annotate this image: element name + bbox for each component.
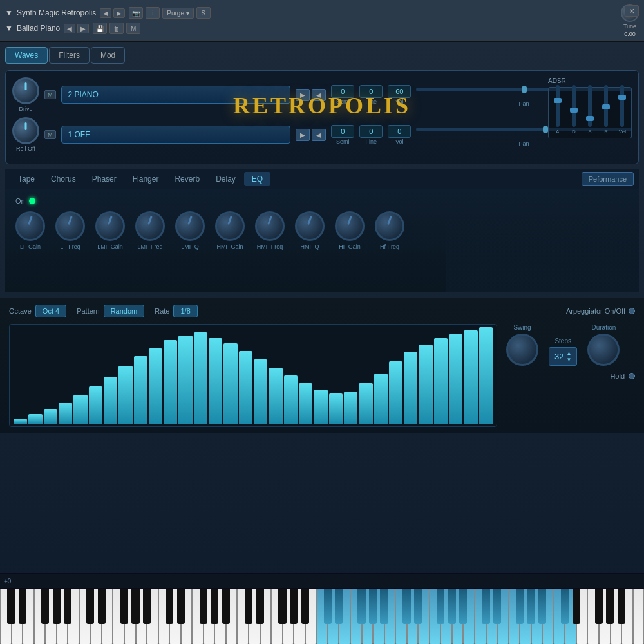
- eq-hmf-freq-knob[interactable]: [255, 211, 285, 241]
- performance-btn[interactable]: Peformance: [582, 172, 634, 186]
- eq-lmf-freq-knob[interactable]: [135, 211, 165, 241]
- arp-bar-12[interactable]: [194, 332, 207, 424]
- arp-bar-18[interactable]: [284, 375, 298, 424]
- arp-bar-30[interactable]: [464, 330, 477, 424]
- arp-bar-15[interactable]: [239, 351, 252, 424]
- arp-bar-28[interactable]: [434, 338, 448, 424]
- fx-tab-delay[interactable]: Delay: [208, 172, 243, 186]
- arp-bar-0[interactable]: [14, 419, 27, 424]
- black-key-22[interactable]: [357, 589, 365, 624]
- arp-bar-26[interactable]: [404, 352, 417, 424]
- play-btn-2[interactable]: ▶: [296, 129, 310, 141]
- arp-bar-5[interactable]: [89, 386, 102, 424]
- arp-bar-6[interactable]: [104, 377, 117, 424]
- eq-lf-freq-knob[interactable]: [55, 211, 85, 241]
- black-key-21[interactable]: [335, 589, 343, 624]
- black-key-9[interactable]: [143, 589, 151, 624]
- preset-dropdown-2[interactable]: 1 OFF: [61, 126, 291, 144]
- arp-bar-17[interactable]: [269, 368, 282, 424]
- black-key-24[interactable]: [380, 589, 388, 624]
- close-btn[interactable]: ×: [625, 5, 639, 17]
- black-key-38[interactable]: [606, 589, 614, 624]
- arp-bar-8[interactable]: [134, 356, 147, 424]
- arp-bar-27[interactable]: [419, 345, 432, 424]
- black-key-28[interactable]: [448, 589, 456, 624]
- eq-hmf-gain-knob[interactable]: [215, 211, 245, 241]
- arp-bar-19[interactable]: [299, 383, 312, 424]
- black-key-29[interactable]: [459, 589, 467, 624]
- back-btn-2[interactable]: ◀: [312, 129, 326, 141]
- adsr-s-thumb[interactable]: [586, 116, 594, 121]
- arp-bar-11[interactable]: [178, 336, 192, 424]
- semi-value-2[interactable]: 0: [331, 125, 354, 138]
- arp-octave-value[interactable]: Oct 4: [35, 305, 66, 317]
- eq-hmf-q-knob[interactable]: [295, 211, 325, 241]
- fx-tab-chorus[interactable]: Chorus: [43, 172, 84, 186]
- camera-icon-btn[interactable]: 📷: [129, 7, 143, 19]
- arp-bar-31[interactable]: [479, 327, 493, 424]
- black-key-5[interactable]: [86, 589, 94, 624]
- black-key-17[interactable]: [278, 589, 286, 624]
- arp-bar-29[interactable]: [449, 334, 462, 424]
- black-key-14[interactable]: [222, 589, 230, 624]
- arp-bar-9[interactable]: [149, 348, 162, 424]
- drive-knob[interactable]: [12, 77, 39, 104]
- piano-ctrl-plus[interactable]: +0: [4, 578, 11, 585]
- steps-up-btn[interactable]: ▲: [566, 350, 571, 356]
- tab-mod[interactable]: Mod: [91, 47, 125, 64]
- black-key-4[interactable]: [64, 589, 71, 624]
- adsr-s-track[interactable]: [588, 85, 592, 127]
- adsr-r-track[interactable]: [604, 85, 608, 127]
- black-key-37[interactable]: [595, 589, 603, 624]
- mute-btn-1[interactable]: M: [44, 90, 56, 99]
- eq-hf-gain-knob[interactable]: [335, 211, 365, 241]
- arp-bar-24[interactable]: [374, 374, 388, 424]
- vol-value-2[interactable]: 0: [388, 125, 411, 138]
- arp-bar-7[interactable]: [118, 366, 132, 424]
- adsr-r-thumb[interactable]: [602, 104, 610, 109]
- fx-tab-flanger[interactable]: Flanger: [125, 172, 167, 186]
- tab-waves[interactable]: Waves: [5, 47, 48, 64]
- adsr-vel-thumb[interactable]: [618, 95, 626, 100]
- save-icon-btn[interactable]: S: [196, 7, 211, 19]
- hold-led[interactable]: [629, 373, 635, 379]
- fx-tab-reverb[interactable]: Reverb: [167, 172, 207, 186]
- black-key-23[interactable]: [369, 589, 377, 624]
- arp-rate-value[interactable]: 1/8: [173, 305, 197, 317]
- black-key-31[interactable]: [493, 589, 501, 624]
- black-key-30[interactable]: [482, 589, 489, 624]
- black-key-11[interactable]: [177, 589, 185, 624]
- arp-bar-22[interactable]: [344, 392, 357, 424]
- next-preset-btn[interactable]: ▶: [77, 24, 89, 33]
- steps-box[interactable]: 32 ▲ ▼: [549, 347, 577, 366]
- black-key-12[interactable]: [200, 589, 207, 624]
- arp-bar-2[interactable]: [44, 409, 57, 424]
- arp-on-off-led[interactable]: [629, 308, 635, 314]
- black-key-16[interactable]: [256, 589, 263, 624]
- piano-ctrl-minus[interactable]: -: [14, 578, 15, 585]
- save-preset-btn[interactable]: 💾: [93, 23, 107, 34]
- arp-bar-13[interactable]: [209, 338, 222, 424]
- black-key-36[interactable]: [573, 589, 580, 624]
- adsr-d-track[interactable]: [572, 85, 576, 127]
- white-key-56[interactable]: [633, 589, 644, 644]
- adsr-a-thumb[interactable]: [554, 98, 562, 103]
- midi-btn[interactable]: M: [126, 23, 140, 34]
- eq-on-led[interactable]: [29, 198, 35, 204]
- arp-bar-10[interactable]: [164, 340, 177, 424]
- tab-filters[interactable]: Filters: [49, 47, 90, 64]
- info-icon-btn[interactable]: i: [146, 7, 160, 19]
- black-key-13[interactable]: [211, 589, 218, 624]
- arp-bar-16[interactable]: [254, 359, 267, 424]
- fx-tab-phaser[interactable]: Phaser: [84, 172, 124, 186]
- adsr-a-track[interactable]: [556, 85, 560, 127]
- black-key-35[interactable]: [561, 589, 569, 624]
- black-key-8[interactable]: [131, 589, 139, 624]
- black-key-1[interactable]: [19, 589, 26, 624]
- black-key-25[interactable]: [402, 589, 410, 624]
- steps-down-btn[interactable]: ▼: [566, 357, 571, 363]
- arp-bar-23[interactable]: [359, 383, 372, 424]
- black-key-0[interactable]: [7, 589, 15, 624]
- black-key-33[interactable]: [527, 589, 535, 624]
- black-key-2[interactable]: [41, 589, 49, 624]
